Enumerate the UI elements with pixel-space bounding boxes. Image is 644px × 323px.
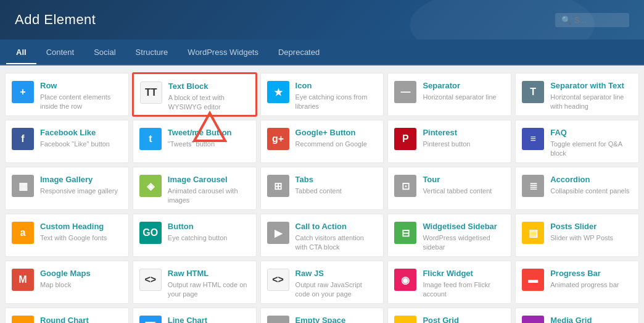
element-card-progress-bar[interactable]: ▬Progress BarAnimated progress bar [515, 261, 639, 304]
flickr-widget-desc: Image feed from Flickr account [423, 280, 505, 299]
separator-with-text-title: Separator with Text [550, 81, 632, 91]
pinterest-title: Pinterest [423, 128, 505, 138]
separator-icon: — [394, 81, 416, 103]
element-card-row[interactable]: +RowPlace content elements inside the ro… [5, 73, 129, 116]
search-box[interactable]: 🔍 [555, 13, 629, 27]
empty-space-icon: ↕ [267, 316, 289, 323]
icon-icon: ★ [267, 81, 289, 103]
posts-slider-icon: ▤ [522, 222, 544, 244]
accordion-icon: ≣ [522, 175, 544, 197]
tweet-button-icon: t [139, 128, 162, 150]
separator-title: Separator [423, 81, 505, 91]
tab-all[interactable]: All [6, 41, 36, 64]
element-card-raw-html[interactable]: <>Raw HTMLOutput raw HTML code on your p… [133, 261, 257, 304]
google-maps-desc: Map block [40, 280, 122, 290]
image-carousel-desc: Animated carousel with images [168, 187, 250, 205]
posts-slider-title: Posts Slider [550, 222, 632, 232]
element-card-round-chart[interactable]: ◕Round ChartPie and Doughnut charts [5, 308, 129, 323]
faq-desc: Toggle element for Q&A block [550, 140, 632, 158]
header: Add Element 🔍 [0, 0, 644, 40]
line-chart-title: Line Chart [168, 316, 250, 323]
tabs-title: Tabs [295, 175, 378, 185]
element-card-google-plus[interactable]: g+Google+ ButtonRecommend on Google [260, 120, 384, 163]
element-card-tabs[interactable]: ⊞TabsTabbed content [260, 167, 384, 210]
custom-heading-title: Custom Heading [40, 222, 122, 232]
element-card-accordion[interactable]: ≣AccordionCollapsible content panels [515, 167, 639, 210]
faq-title: FAQ [550, 128, 632, 138]
element-card-separator-with-text[interactable]: TSeparator with TextHorizontal separator… [515, 73, 639, 116]
google-plus-desc: Recommend on Google [295, 140, 378, 149]
element-card-line-chart[interactable]: 📈Line ChartLine and Bar charts [133, 308, 257, 323]
element-card-facebook-like[interactable]: fFacebook LikeFacebook "Like" button [5, 120, 129, 163]
tab-wordpress-widgets[interactable]: WordPress Widgets [178, 41, 268, 64]
element-card-custom-heading[interactable]: aCustom HeadingText with Google fonts [5, 214, 129, 257]
element-card-icon[interactable]: ★IconEye catching icons from libraries [260, 73, 384, 116]
element-card-tour[interactable]: ⊡TourVertical tabbed content [387, 167, 511, 210]
button-title: Button [168, 222, 250, 232]
tweet-button-title: Tweet/me Button [168, 128, 250, 138]
accordion-title: Accordion [550, 175, 632, 185]
empty-space-title: Empty Space [295, 316, 378, 323]
separator-desc: Horizontal separator line [423, 93, 505, 102]
posts-slider-desc: Slider with WP Posts [550, 233, 632, 243]
tab-social[interactable]: Social [84, 41, 125, 64]
element-card-text-block[interactable]: TTText BlockA block of text with WYSIWYG… [133, 73, 257, 116]
raw-js-title: Raw JS [295, 269, 378, 279]
element-card-media-grid[interactable]: ⊞Media GridMedia grid from Media [515, 308, 639, 323]
call-to-action-desc: Catch visitors attention with CTA block [295, 233, 378, 252]
page-title: Add Element [15, 12, 96, 28]
element-card-post-grid[interactable]: ⊞Post GridPosts, pages or custom [387, 308, 511, 323]
facebook-like-title: Facebook Like [40, 128, 122, 138]
post-grid-title: Post Grid [423, 316, 505, 323]
element-card-image-gallery[interactable]: ▦Image GalleryResponsive image gallery [5, 167, 129, 210]
pinterest-desc: Pinterest button [423, 140, 505, 149]
widgetised-sidebar-desc: WordPress widgetised sidebar [423, 233, 505, 252]
element-card-pinterest[interactable]: PPinterestPinterest button [387, 120, 511, 163]
tab-structure[interactable]: Structure [126, 41, 178, 64]
raw-js-icon: <> [267, 269, 289, 291]
tweet-button-desc: "Tweets" button [168, 140, 250, 149]
tour-icon: ⊡ [394, 175, 416, 197]
tab-content[interactable]: Content [36, 41, 85, 64]
raw-js-desc: Output raw JavaScript code on your page [295, 280, 378, 299]
icon-title: Icon [295, 81, 378, 91]
media-grid-icon: ⊞ [522, 316, 544, 323]
image-gallery-title: Image Gallery [40, 175, 122, 185]
element-card-google-maps[interactable]: MGoogle MapsMap block [5, 261, 129, 304]
text-block-icon: TT [140, 82, 162, 104]
tour-title: Tour [423, 175, 505, 185]
round-chart-title: Round Chart [40, 316, 122, 323]
separator-with-text-icon: T [522, 81, 544, 103]
image-gallery-desc: Responsive image gallery [40, 187, 122, 196]
widgetised-sidebar-title: Widgetised Sidebar [423, 222, 505, 232]
tab-deprecated[interactable]: Deprecated [268, 41, 329, 64]
icon-desc: Eye catching icons from libraries [295, 93, 378, 111]
line-chart-icon: 📈 [139, 316, 162, 323]
image-carousel-icon: ◈ [139, 175, 162, 197]
tab-bar: AllContentSocialStructureWordPress Widge… [0, 40, 644, 65]
element-card-tweet-button[interactable]: tTweet/me Button"Tweets" button [133, 120, 257, 163]
post-grid-icon: ⊞ [394, 316, 416, 323]
element-card-separator[interactable]: —SeparatorHorizontal separator line [387, 73, 511, 116]
element-card-flickr-widget[interactable]: ◉Flickr WidgetImage feed from Flickr acc… [387, 261, 511, 304]
widgetised-sidebar-icon: ⊟ [394, 222, 416, 244]
element-card-empty-space[interactable]: ↕Empty SpaceBlank space with custom [260, 308, 384, 323]
element-card-button[interactable]: GOButtonEye catching button [133, 214, 257, 257]
faq-icon: ≡ [522, 128, 544, 150]
element-card-image-carousel[interactable]: ◈Image CarouselAnimated carousel with im… [133, 167, 257, 210]
element-card-posts-slider[interactable]: ▤Posts SliderSlider with WP Posts [515, 214, 639, 257]
separator-with-text-desc: Horizontal separator line with heading [550, 93, 632, 111]
search-input[interactable] [574, 15, 624, 25]
raw-html-desc: Output raw HTML code on your page [168, 280, 250, 299]
element-card-call-to-action[interactable]: ▶Call to ActionCatch visitors attention … [260, 214, 384, 257]
element-card-raw-js[interactable]: <>Raw JSOutput raw JavaScript code on yo… [260, 261, 384, 304]
custom-heading-desc: Text with Google fonts [40, 233, 122, 243]
tabs-desc: Tabbed content [295, 187, 378, 196]
progress-bar-title: Progress Bar [550, 269, 632, 279]
text-block-desc: A block of text with WYSIWYG editor [168, 93, 249, 112]
elements-grid: +RowPlace content elements inside the ro… [0, 65, 644, 323]
element-card-widgetised-sidebar[interactable]: ⊟Widgetised SidebarWordPress widgetised … [387, 214, 511, 257]
call-to-action-icon: ▶ [267, 222, 289, 244]
element-card-faq[interactable]: ≡FAQToggle element for Q&A block [515, 120, 639, 163]
accordion-desc: Collapsible content panels [550, 187, 632, 196]
